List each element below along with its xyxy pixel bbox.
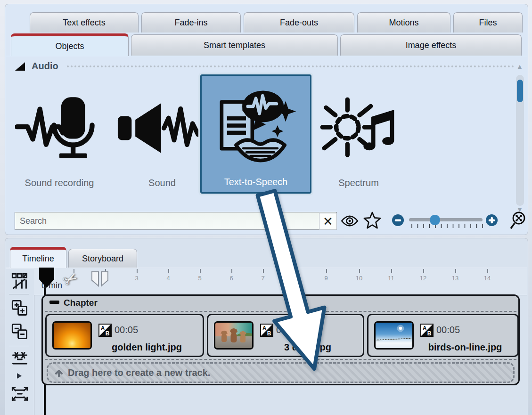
scrollbar-thumb[interactable] [517, 80, 523, 102]
down-arrow-icon [55, 367, 63, 378]
text-to-speech-icon [202, 76, 310, 177]
tab-objects[interactable]: Objects [11, 33, 129, 56]
chapter-title: Chapter [64, 296, 98, 310]
speaker-waveform-icon [113, 78, 212, 178]
transition-ab-icon[interactable]: AB [260, 324, 273, 337]
collapse-chapter-icon[interactable] [49, 301, 59, 304]
split-marker-icon[interactable] [90, 270, 109, 288]
tab-smart-templates[interactable]: Smart templates [131, 34, 338, 56]
svg-text:A: A [101, 325, 105, 332]
svg-text:A: A [423, 325, 427, 332]
tab-label: Fade-outs [280, 18, 318, 28]
expand-tracks-icon[interactable] [10, 298, 30, 318]
object-tile-sound-recording[interactable]: Sound recording [10, 78, 109, 190]
transition-ab-icon[interactable]: AB [98, 324, 112, 337]
audio-section-header[interactable]: Audio [15, 61, 514, 72]
zoom-slider-thumb[interactable] [430, 215, 440, 225]
microphone-waveform-icon [10, 78, 109, 178]
collapse-triangle-icon [15, 62, 26, 71]
toolbar-separator [9, 294, 29, 294]
spectrum-music-icon [309, 78, 408, 178]
zoom-slider-ticks [410, 224, 484, 228]
tab-label: Fade-ins [174, 18, 207, 28]
clip-filename: birds-on-line.jpg [416, 342, 515, 353]
tab-fade-outs[interactable]: Fade-outs [244, 12, 354, 33]
tab-label: Timeline [22, 254, 54, 264]
tab-storyboard[interactable]: Storyboard [68, 249, 137, 268]
section-rule [67, 65, 514, 67]
new-track-drop-zone[interactable]: Drag here to create a new track. [47, 362, 515, 383]
tile-label: Sound [148, 178, 176, 190]
track-display-icon[interactable] [10, 271, 30, 291]
tab-label: Storyboard [82, 254, 123, 264]
tab-label: Image effects [406, 41, 457, 50]
expand-track-height-icon[interactable] [10, 383, 30, 404]
tab-motions[interactable]: Motions [357, 12, 450, 33]
flyout-arrow-icon[interactable] [15, 371, 24, 381]
svg-text:A: A [262, 325, 267, 332]
tile-label: Sound recording [25, 178, 94, 190]
zoom-out-icon[interactable] [391, 213, 404, 227]
tab-fade-ins[interactable]: Fade-ins [141, 12, 241, 33]
clip-duration: 00:05 [276, 325, 300, 335]
object-tile-sound[interactable]: Sound [113, 78, 212, 190]
tab-label: Objects [55, 41, 84, 51]
chapter-track: Chapter AB 00:05 golden light.jpg [41, 294, 520, 385]
tab-text-effects[interactable]: Text effects [30, 12, 139, 33]
objects-panel: Text effects Fade-ins Fade-outs Motions … [5, 4, 528, 235]
clip-duration: 00:05 [436, 325, 460, 335]
clear-search-icon[interactable]: ✕ [319, 213, 337, 230]
scrollbar-up-icon[interactable]: ▲ [516, 63, 524, 70]
clip-thumbnail-birds-on-line [374, 321, 414, 350]
zoom-slider[interactable] [409, 218, 483, 221]
object-tile-spectrum[interactable]: Spectrum [309, 78, 408, 190]
object-tile-text-to-speech[interactable]: Text-to-Speech [200, 74, 311, 194]
toolbar-separator [9, 346, 29, 346]
timeline-clip[interactable]: AB 00:05 birds-on-line.jpg [367, 314, 519, 357]
clip-thumbnail-three-dogs [214, 321, 254, 350]
tab-label: Text effects [63, 18, 106, 28]
transition-ab-icon[interactable]: AB [420, 324, 434, 337]
timeline-clip[interactable]: AB 00:05 3 dogs.jpg [207, 314, 364, 357]
app-window: Text effects Fade-ins Fade-outs Motions … [0, 0, 532, 415]
clip-duration: 00:05 [115, 325, 138, 335]
clip-filename: 3 dogs.jpg [255, 342, 360, 353]
tab-label: Smart templates [204, 41, 265, 50]
tab-label: Files [479, 18, 497, 28]
track-separator [45, 359, 516, 360]
search-input[interactable] [15, 212, 337, 230]
star-icon[interactable] [362, 211, 382, 230]
zoom-in-icon[interactable] [485, 213, 498, 227]
tab-label: Motions [389, 18, 418, 28]
tile-label: Text-to-Speech [224, 177, 288, 192]
tile-label: Spectrum [338, 178, 379, 190]
svg-text:B: B [106, 330, 110, 337]
zoom-reset-icon[interactable] [508, 211, 527, 230]
tab-timeline[interactable]: Timeline [10, 247, 66, 268]
section-title: Audio [32, 61, 58, 72]
drop-zone-label: Drag here to create a new track. [68, 367, 210, 378]
timeline-clip[interactable]: AB 00:05 golden light.jpg [45, 314, 204, 357]
reduce-track-height-icon[interactable] [10, 350, 30, 369]
eye-icon[interactable] [340, 212, 360, 230]
svg-text:B: B [267, 330, 271, 337]
svg-text:B: B [427, 330, 432, 337]
playhead-marker[interactable] [39, 268, 55, 288]
track-separator [45, 311, 516, 312]
collapse-tracks-icon[interactable] [10, 321, 30, 342]
clip-filename: golden light.jpg [94, 342, 200, 353]
clip-thumbnail-golden-light [52, 321, 92, 350]
tab-files[interactable]: Files [453, 12, 523, 33]
tab-image-effects[interactable]: Image effects [340, 34, 522, 56]
